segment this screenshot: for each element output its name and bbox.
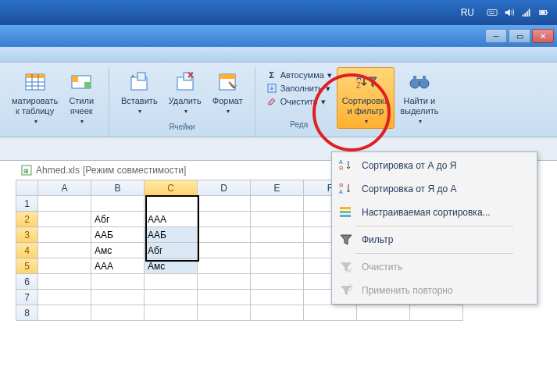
cell[interactable]: Абг	[91, 212, 145, 227]
cell[interactable]	[198, 258, 251, 274]
svg-rect-4	[490, 13, 495, 14]
ribbon-group-cells: Вставить▾ Удалить▾ Формат▾ Ячейки	[109, 67, 255, 137]
select-all-corner[interactable]	[16, 180, 38, 196]
insert-button[interactable]: Вставить▾	[116, 67, 163, 119]
fill-button[interactable]: Заполнить ▾	[265, 82, 334, 94]
row-header[interactable]: 5	[16, 258, 38, 274]
row-header[interactable]: 3	[16, 227, 38, 243]
group-label: Ячейки	[116, 122, 248, 132]
format-as-table-button[interactable]: матировать к таблицу▾	[6, 67, 63, 129]
cell[interactable]	[410, 305, 463, 321]
cell[interactable]	[38, 305, 91, 321]
menu-reapply: Применить повторно	[334, 279, 535, 302]
cell[interactable]	[91, 274, 145, 290]
cell[interactable]	[91, 196, 145, 212]
cell[interactable]	[251, 274, 304, 290]
cell[interactable]	[198, 274, 251, 290]
cell[interactable]	[38, 290, 91, 305]
cell[interactable]	[198, 290, 251, 305]
cell[interactable]	[251, 227, 304, 243]
clear-filter-icon	[338, 259, 354, 275]
cell[interactable]	[91, 290, 145, 305]
sort-filter-button[interactable]: AZ Сортировка и фильтр▾	[337, 67, 395, 129]
menu-filter[interactable]: Фильтр	[334, 228, 535, 251]
cell[interactable]: ААА	[145, 212, 198, 227]
cell[interactable]	[304, 305, 357, 321]
col-header[interactable]: D	[198, 180, 251, 196]
cell[interactable]	[145, 290, 198, 305]
chevron-down-icon: ▾	[80, 116, 84, 127]
row-header[interactable]: 4	[16, 243, 38, 258]
cell[interactable]	[251, 196, 304, 212]
cell[interactable]	[38, 227, 91, 243]
format-button[interactable]: Формат▾	[207, 67, 248, 119]
system-tray	[487, 7, 549, 18]
cell-styles-button[interactable]: Стили ячеек▾	[63, 67, 99, 129]
cell[interactable]	[38, 274, 91, 290]
cell[interactable]: ААА	[91, 258, 145, 274]
cell[interactable]: ААБ	[91, 227, 145, 243]
svg-rect-22	[137, 73, 145, 80]
menu-sort-za[interactable]: ЯА Сортировка от Я до А	[334, 177, 535, 201]
svg-rect-8	[529, 9, 530, 17]
cell[interactable]	[198, 305, 251, 321]
cell[interactable]	[38, 196, 91, 212]
row-header[interactable]: 6	[16, 274, 38, 290]
maximize-button[interactable]: ▭	[509, 29, 530, 43]
cell[interactable]	[145, 305, 198, 321]
sigma-icon: Σ	[266, 69, 277, 80]
cell[interactable]	[38, 243, 91, 258]
cell[interactable]	[145, 196, 198, 212]
cell[interactable]	[251, 212, 304, 227]
cell[interactable]	[91, 305, 145, 321]
svg-rect-40	[340, 211, 351, 213]
cell[interactable]	[38, 258, 91, 274]
keyboard-icon[interactable]	[487, 7, 498, 18]
row-header[interactable]: 2	[16, 212, 38, 227]
svg-text:А: А	[339, 189, 343, 194]
menu-sort-az[interactable]: АЯ Сортировка от А до Я	[334, 154, 535, 177]
battery-icon[interactable]	[538, 7, 549, 18]
ribbon: матировать к таблицу▾ Стили ячеек▾ Встав…	[0, 62, 557, 137]
cell[interactable]	[38, 212, 91, 227]
cell[interactable]	[198, 243, 251, 258]
cell[interactable]	[251, 305, 304, 321]
svg-rect-13	[26, 74, 45, 78]
cell[interactable]: ААБ	[145, 227, 198, 243]
table-icon	[23, 69, 48, 94]
speaker-icon[interactable]	[504, 7, 515, 18]
col-header[interactable]: A	[38, 180, 91, 196]
svg-text:⊞: ⊞	[23, 168, 29, 175]
cell[interactable]: Амс	[91, 243, 145, 258]
row-header[interactable]: 8	[16, 305, 38, 321]
row-header[interactable]: 7	[16, 290, 38, 305]
col-header[interactable]: C	[145, 180, 198, 196]
window-title-bar: ─ ▭ ✕	[0, 25, 557, 47]
cell[interactable]: Абг	[145, 243, 198, 258]
clear-button[interactable]: Очистить ▾	[265, 95, 334, 108]
delete-button[interactable]: Удалить▾	[163, 67, 207, 119]
cell[interactable]	[251, 290, 304, 305]
cell[interactable]: Амс	[145, 258, 198, 274]
autosum-button[interactable]: Σ Автосумма ▾	[265, 69, 334, 81]
svg-rect-5	[523, 15, 524, 17]
cell[interactable]	[251, 243, 304, 258]
menu-custom-sort[interactable]: Настраиваемая сортировка...	[334, 201, 535, 224]
delete-cells-icon	[173, 69, 198, 94]
row-header[interactable]: 1	[16, 196, 38, 212]
col-header[interactable]: B	[91, 180, 145, 196]
svg-rect-0	[487, 10, 497, 16]
cell[interactable]	[251, 258, 304, 274]
chevron-down-icon: ▾	[327, 70, 332, 80]
cell[interactable]	[198, 212, 251, 227]
language-indicator[interactable]: RU	[456, 5, 479, 20]
cell[interactable]	[357, 305, 410, 321]
cell[interactable]	[198, 227, 251, 243]
minimize-button[interactable]: ─	[485, 29, 507, 43]
network-icon[interactable]	[521, 7, 532, 18]
cell[interactable]	[198, 196, 251, 212]
col-header[interactable]: E	[251, 180, 304, 196]
find-select-button[interactable]: Найти и выделить▾	[395, 67, 444, 129]
cell[interactable]	[145, 274, 198, 290]
close-button[interactable]: ✕	[532, 29, 554, 43]
